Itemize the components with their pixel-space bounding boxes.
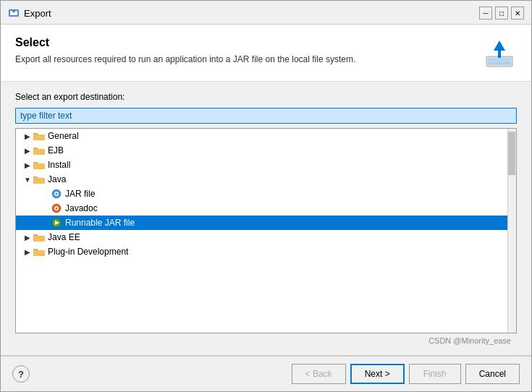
scrollbar-track[interactable] (507, 129, 516, 333)
svg-point-9 (56, 193, 58, 195)
tree-label-javadoc: Javadoc (65, 203, 98, 213)
back-button[interactable]: < Back (292, 364, 346, 384)
folder-icon-java (33, 174, 45, 185)
expand-icon-plugin-dev[interactable]: ▶ (22, 246, 33, 257)
header-text: Select Export all resources required to … (15, 36, 473, 66)
tree-item-runnable-jar[interactable]: Runnable JAR file (16, 216, 516, 230)
expand-icon-ejb[interactable]: ▶ (22, 145, 33, 156)
folder-icon-plugin-dev (33, 246, 45, 257)
minimize-button[interactable]: ─ (479, 7, 492, 20)
tree-label-ejb: EJB (48, 145, 64, 155)
maximize-button[interactable]: □ (495, 7, 508, 20)
page-title: Select (15, 36, 473, 49)
export-large-icon (482, 36, 517, 71)
expand-icon-java[interactable]: ▼ (22, 174, 33, 185)
tree-item-general[interactable]: ▶ General (16, 129, 516, 143)
folder-icon-general (33, 130, 45, 142)
tree-label-runnable-jar: Runnable JAR file (65, 218, 135, 228)
finish-button[interactable]: Finish (409, 364, 461, 384)
dialog-icon (8, 7, 20, 19)
tree-item-install[interactable]: ▶ Install (16, 158, 516, 172)
filter-input[interactable] (15, 108, 517, 124)
svg-point-12 (56, 208, 58, 210)
file-icon-javadoc (51, 203, 62, 214)
tree-item-java-ee[interactable]: ▶ Java EE (16, 230, 516, 244)
expand-icon-general[interactable]: ▶ (22, 130, 33, 142)
spacer-jar (39, 188, 51, 200)
tree-item-java[interactable]: ▼ Java (16, 172, 516, 187)
folder-icon-install (33, 159, 45, 171)
main-section: Select an export destination: ▶ General (1, 82, 531, 355)
tree-label-java-ee: Java EE (48, 232, 80, 242)
tree-label-install: Install (48, 160, 70, 170)
scrollbar-thumb[interactable] (508, 132, 515, 175)
file-icon-runnable-jar (51, 217, 62, 229)
tree-label-general: General (48, 131, 79, 141)
svg-marker-5 (494, 41, 505, 58)
close-button[interactable]: ✕ (511, 7, 524, 20)
next-button[interactable]: Next > (350, 364, 405, 384)
tree-item-jar-file[interactable]: JAR file (16, 187, 516, 201)
section-label: Select an export destination: (15, 92, 517, 102)
watermark: CSDN @Minority_ease (15, 333, 517, 345)
help-button[interactable]: ? (12, 365, 30, 383)
window-controls: ─ □ ✕ (479, 7, 524, 20)
tree-container[interactable]: ▶ General ▶ (15, 128, 517, 333)
file-icon-jar (51, 188, 62, 200)
expand-icon-install[interactable]: ▶ (22, 159, 33, 171)
spacer-runnable (39, 217, 51, 229)
dialog-title: Export (24, 8, 479, 19)
content-area: Select Export all resources required to … (1, 24, 531, 356)
footer-buttons: < Back Next > Finish Cancel (292, 364, 520, 384)
svg-rect-4 (488, 58, 511, 65)
expand-icon-java-ee[interactable]: ▶ (22, 231, 33, 243)
tree-item-ejb[interactable]: ▶ EJB (16, 143, 516, 158)
header-section: Select Export all resources required to … (1, 25, 531, 82)
tree-item-plugin-dev[interactable]: ▶ Plug-in Development (16, 244, 516, 259)
tree-item-javadoc[interactable]: Javadoc (16, 201, 516, 216)
folder-icon-ejb (33, 145, 45, 156)
tree-label-plugin-dev: Plug-in Development (48, 247, 128, 257)
tree-label-jar-file: JAR file (65, 189, 95, 199)
export-dialog: Export ─ □ ✕ Select Export all resources… (0, 0, 532, 392)
spacer-javadoc (39, 203, 51, 214)
tree-label-java: Java (48, 174, 66, 184)
folder-icon-java-ee (33, 231, 45, 243)
footer: ? < Back Next > Finish Cancel (1, 356, 531, 391)
cancel-button[interactable]: Cancel (465, 364, 520, 384)
title-bar: Export ─ □ ✕ (1, 1, 531, 24)
page-description: Export all resources required to run an … (15, 54, 473, 66)
